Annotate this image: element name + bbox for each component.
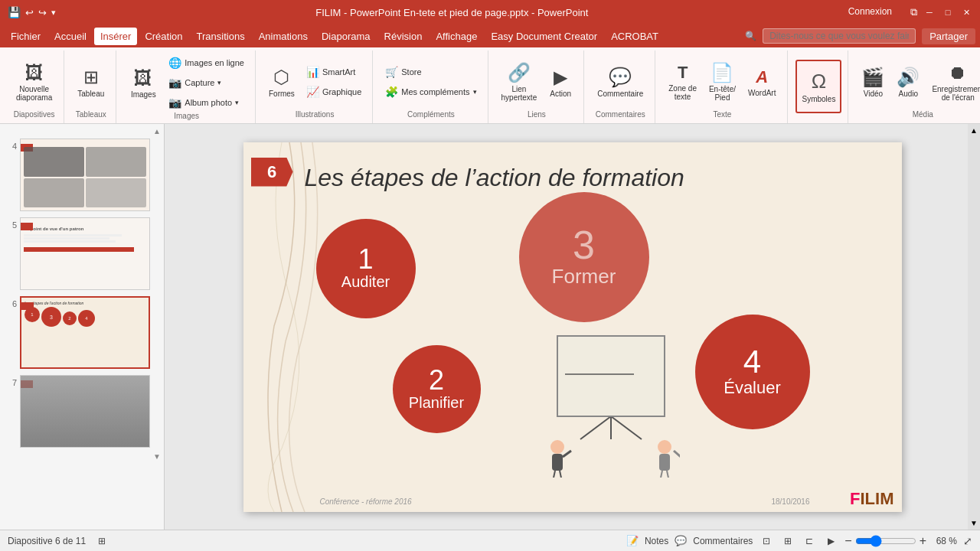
slide-scroll-up[interactable]: ▲ <box>968 124 980 137</box>
slide-layout-icon: ⊞ <box>98 536 106 546</box>
capture-dropdown[interactable]: ▾ <box>217 79 221 86</box>
circle-planifier: 2 Planifier <box>393 345 481 433</box>
menu-affichage[interactable]: Affichage <box>430 28 483 45</box>
group-label-diapositives: Diapositives <box>14 110 55 120</box>
view-reading-btn[interactable]: ⊏ <box>802 533 817 549</box>
ribbon-group-liens: 🔗 Lienhypertexte ▶ Action Liens <box>490 51 585 123</box>
ribbon-group-commentaires: 💬 Commentaire Commentaires <box>586 51 655 123</box>
view-slideshow-btn[interactable]: ▶ <box>823 533 838 549</box>
notes-label[interactable]: Notes <box>645 536 668 546</box>
menu-accueil[interactable]: Accueil <box>48 28 93 45</box>
store-btn[interactable]: 🛒 Store <box>381 63 481 81</box>
fit-slide-btn[interactable]: ⤢ <box>963 535 972 547</box>
menu-inserer[interactable]: Insérer <box>94 28 137 45</box>
slide-panel: ▲ 4 5 Le point de vue d'un patron <box>0 124 165 530</box>
video-label: Vidéo <box>864 90 883 98</box>
album-photo-btn[interactable]: 📷 Album photo ▾ <box>164 93 249 112</box>
partager-btn[interactable]: Partager <box>922 28 975 44</box>
menu-right: 🔍 Partager <box>745 28 975 44</box>
nouvelle-diapositive-btn[interactable]: 🖼 Nouvellediaporama <box>11 55 57 109</box>
redo-icon[interactable]: ↪ <box>38 7 47 18</box>
menu-creation[interactable]: Création <box>139 28 188 45</box>
images-en-ligne-icon: 🌐 <box>168 57 181 69</box>
zoom-level: 68 % <box>929 536 957 546</box>
ribbon-buttons-images: 🖼 Images 🌐 Images en ligne 📷 Capture ▾ 📷… <box>124 54 249 112</box>
filim-ilim: ILIM <box>861 489 894 508</box>
svg-point-10 <box>658 440 671 454</box>
save-icon[interactable]: 💾 <box>8 6 21 18</box>
panel-scroll-down[interactable]: ▼ <box>153 452 161 461</box>
lien-hypertexte-btn[interactable]: 🔗 Lienhypertexte <box>496 55 543 109</box>
formes-label: Formes <box>269 90 295 98</box>
symboles-btn[interactable]: Ω Symboles <box>795 60 841 113</box>
capture-btn[interactable]: 📷 Capture ▾ <box>164 73 249 92</box>
ribbon-buttons-diapositives: 🖼 Nouvellediaporama <box>11 54 57 110</box>
window-title: FILIM - PowerPoint En-tete et pied de pa… <box>56 7 848 18</box>
slide-thumb-7[interactable]: 7 <box>3 373 161 449</box>
commentaire-btn[interactable]: 💬 Commentaire <box>592 55 648 109</box>
badge-number: 6 <box>267 162 276 182</box>
circle-auditer: 1 Auditer <box>316 219 416 318</box>
ribbon-group-media: 🎬 Vidéo 🔊 Audio ⏺ Enregistrementde l'écr… <box>850 51 980 123</box>
zoom-in-btn[interactable]: + <box>920 534 926 548</box>
panel-scroll-up[interactable]: ▲ <box>153 127 161 135</box>
slide-scroll-down[interactable]: ▼ <box>968 517 980 530</box>
slide-thumb-4[interactable]: 4 <box>3 137 161 213</box>
capture-icon: 📷 <box>168 77 181 89</box>
menu-fichier[interactable]: Fichier <box>5 28 47 45</box>
svg-line-8 <box>553 471 555 478</box>
search-input[interactable] <box>763 28 916 44</box>
ribbon-buttons-tableaux: ⊞ Tableau <box>72 54 109 110</box>
en-tete-pied-btn[interactable]: 📄 En-tête/Pied <box>704 55 741 109</box>
smartart-btn[interactable]: 📊 SmartArt <box>302 63 366 81</box>
enregistrement-icon: ⏺ <box>949 62 967 83</box>
svg-rect-11 <box>659 454 670 471</box>
action-btn[interactable]: ▶ Action <box>544 55 577 109</box>
minimize-btn[interactable]: ─ <box>923 6 936 18</box>
symboles-icon: Ω <box>812 70 826 93</box>
enregistrement-btn[interactable]: ⏺ Enregistrementde l'écran <box>926 55 980 109</box>
video-btn[interactable]: 🎬 Vidéo <box>856 55 890 109</box>
menu-revision[interactable]: Révision <box>378 28 429 45</box>
undo-icon[interactable]: ↩ <box>25 7 34 18</box>
action-icon: ▶ <box>554 67 567 88</box>
album-photo-dropdown[interactable]: ▾ <box>235 99 239 106</box>
mes-complements-icon: 🧩 <box>385 86 398 98</box>
ribbon-group-symboles: Ω Symboles <box>789 51 848 123</box>
maximize-btn[interactable]: □ <box>942 6 954 18</box>
formes-btn[interactable]: ⬡ Formes <box>263 55 300 109</box>
menu-transitions[interactable]: Transitions <box>191 28 251 45</box>
menu-easydoc[interactable]: Easy Document Creator <box>485 28 603 45</box>
mes-complements-btn[interactable]: 🧩 Mes compléments ▾ <box>381 83 481 101</box>
menu-diaporama[interactable]: Diaporama <box>315 28 377 45</box>
zone-de-texte-btn[interactable]: T Zone detexte <box>663 55 702 109</box>
ribbon: 🖼 Nouvellediaporama Diapositives ⊞ Table… <box>0 47 980 124</box>
menu-animations[interactable]: Animations <box>253 28 314 45</box>
menu-acrobat[interactable]: ACROBAT <box>605 28 665 45</box>
view-normal-btn[interactable]: ⊡ <box>759 533 774 549</box>
slide-thumb-6[interactable]: 6 Les étapes de l'action de formation 1 … <box>3 295 161 370</box>
view-slide-sorter-btn[interactable]: ⊞ <box>780 533 795 549</box>
tableau-btn[interactable]: ⊞ Tableau <box>72 55 109 109</box>
graphique-btn[interactable]: 📈 Graphique <box>302 83 366 101</box>
zoom-out-btn[interactable]: − <box>844 534 851 548</box>
slide-footer-right: 18/10/2016 <box>771 497 809 506</box>
svg-point-5 <box>550 440 564 454</box>
images-en-ligne-btn[interactable]: 🌐 Images en ligne <box>164 54 249 72</box>
images-btn[interactable]: 🖼 Images <box>124 56 162 109</box>
window-controls: Connexion ⧉ ─ □ ✕ <box>848 6 972 18</box>
action-label: Action <box>550 90 571 98</box>
wordart-btn[interactable]: A WordArt <box>743 55 782 109</box>
tableau-label: Tableau <box>77 90 104 98</box>
nouvelle-diapo-label: Nouvellediaporama <box>16 85 52 102</box>
audio-btn[interactable]: 🔊 Audio <box>891 55 925 109</box>
main-area: ▲ 4 5 Le point de vue d'un patron <box>0 124 980 530</box>
switch-icon[interactable]: ⧉ <box>910 6 917 18</box>
commentaires-label[interactable]: Commentaires <box>693 536 753 546</box>
slide-thumb-5[interactable]: 5 Le point de vue d'un patron <box>3 216 161 292</box>
connexion-label[interactable]: Connexion <box>848 6 892 18</box>
zoom-slider[interactable] <box>855 535 916 547</box>
thumb-img-6: Les étapes de l'action de formation 1 3 … <box>20 296 150 369</box>
close-btn[interactable]: ✕ <box>960 6 972 18</box>
svg-rect-3 <box>557 336 665 416</box>
